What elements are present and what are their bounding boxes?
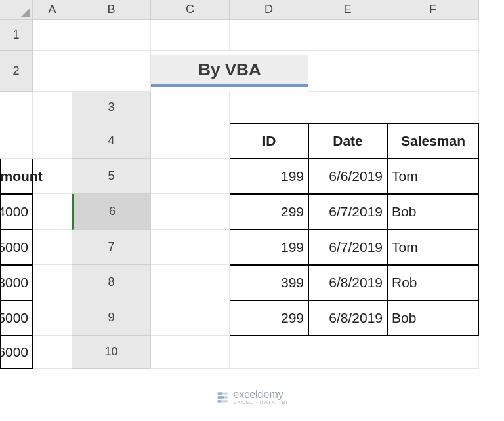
row-header-10[interactable]: 10 [72,336,151,369]
cell-e10[interactable] [0,369,33,369]
row-header-2[interactable]: 2 [0,51,33,92]
cell-e3[interactable] [0,123,33,159]
table-row[interactable]: 6/8/2019 [308,300,387,336]
cell-a4[interactable] [151,123,230,159]
cell-f1[interactable] [387,20,479,51]
row-header-7[interactable]: 7 [72,230,151,265]
table-row[interactable]: Tom [387,230,479,265]
col-header-a[interactable]: A [33,0,72,20]
cell-d2[interactable] [387,51,479,92]
cell-f10[interactable] [33,369,72,369]
cell-f9[interactable] [33,336,72,369]
cell-b10[interactable] [230,336,308,369]
watermark-tagline: EXCEL · DATA · BI [233,399,288,405]
table-header-salesman[interactable]: Salesman [387,123,479,159]
cell-c2[interactable] [308,51,387,92]
table-row[interactable]: 399 [230,265,308,300]
logo-icon [216,391,229,404]
row-header-1[interactable]: 1 [0,20,33,51]
table-row[interactable]: 6/8/2019 [308,265,387,300]
cell-e1[interactable] [308,20,387,51]
table-header-amount[interactable]: Amount [0,159,33,194]
table-row[interactable]: 5000 [0,230,33,265]
table-row[interactable]: 5000 [0,300,33,336]
col-header-c[interactable]: C [151,0,230,20]
table-row[interactable]: Bob [387,194,479,230]
col-header-d[interactable]: D [230,0,308,20]
cell-a2[interactable] [33,51,72,92]
cell-f4[interactable] [33,159,72,194]
table-row[interactable]: 6000 [0,336,33,369]
row-header-6[interactable]: 6 [72,194,151,230]
cell-f3[interactable] [33,123,72,159]
table-row[interactable]: 4000 [0,194,33,230]
table-row[interactable]: 199 [230,159,308,194]
cell-f8[interactable] [33,300,72,336]
cell-a7[interactable] [151,230,230,265]
cell-f5[interactable] [33,194,72,230]
watermark: exceldemy EXCEL · DATA · BI [216,389,288,405]
cell-a6[interactable] [151,194,230,230]
cell-a9[interactable] [151,300,230,336]
table-row[interactable]: 199 [230,230,308,265]
table-row[interactable]: Rob [387,265,479,300]
cell-b2[interactable] [72,51,151,92]
cell-c3[interactable] [308,92,387,123]
col-header-f[interactable]: F [387,0,479,20]
spreadsheet-grid: A B C D E F 1 2 By VBA 3 4 ID Date Sales… [0,0,504,369]
table-header-id[interactable]: ID [230,123,308,159]
cell-f6[interactable] [33,230,72,265]
cell-b3[interactable] [230,92,308,123]
row-header-4[interactable]: 4 [72,123,151,159]
table-row[interactable]: 6/7/2019 [308,230,387,265]
table-row[interactable]: 299 [230,194,308,230]
title-label: By VBA [151,55,308,87]
select-all-corner[interactable] [0,0,33,20]
table-row[interactable]: Tom [387,159,479,194]
cell-f7[interactable] [33,265,72,300]
cell-c10[interactable] [308,336,387,369]
col-header-b[interactable]: B [72,0,151,20]
cell-a8[interactable] [151,265,230,300]
row-header-9[interactable]: 9 [72,300,151,336]
row-header-5[interactable]: 5 [72,159,151,194]
table-row[interactable]: 3000 [0,265,33,300]
cell-f2[interactable] [33,92,72,123]
cell-d10[interactable] [387,336,479,369]
row-header-3[interactable]: 3 [72,92,151,123]
watermark-brand: exceldemy [233,389,283,400]
table-row[interactable]: 6/7/2019 [308,194,387,230]
cell-b1[interactable] [72,20,151,51]
cell-a3[interactable] [151,92,230,123]
cell-e2[interactable] [0,92,33,123]
cell-a1[interactable] [33,20,72,51]
table-header-date[interactable]: Date [308,123,387,159]
cell-c1[interactable] [151,20,230,51]
cell-a5[interactable] [151,159,230,194]
cell-a10[interactable] [151,336,230,369]
table-row[interactable]: 299 [230,300,308,336]
row-header-8[interactable]: 8 [72,265,151,300]
col-header-e[interactable]: E [308,0,387,20]
table-row[interactable]: Bob [387,300,479,336]
cell-d3[interactable] [387,92,479,123]
table-row[interactable]: 6/6/2019 [308,159,387,194]
cell-d1[interactable] [230,20,308,51]
